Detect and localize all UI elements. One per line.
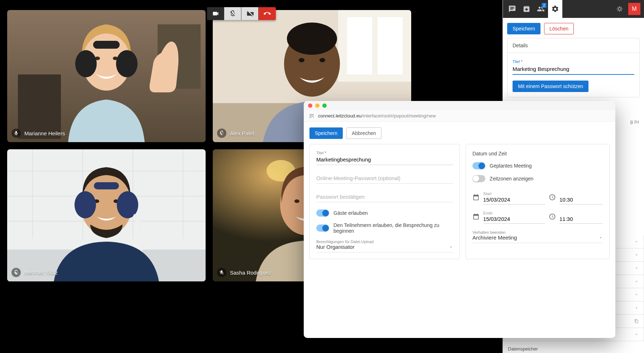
delete-button[interactable]: Löschen [544,23,574,34]
mic-status-icon [11,129,21,138]
mic-muted-icon [217,268,226,277]
chevron-down-icon [634,240,639,244]
participants-tab[interactable]: 2 [534,0,548,18]
mic-muted-icon [11,268,21,277]
title-input[interactable] [513,64,634,75]
end-behavior-label: Verhalten beenden [472,230,603,234]
participant-name: Mehmet Yildiz [24,270,58,276]
copy-icon [634,319,639,323]
close-window-button[interactable] [308,103,312,108]
meeting-password-input[interactable] [316,172,453,184]
video-tile[interactable]: Mehmet Yildiz [7,149,206,281]
chevron-down-icon [634,279,639,284]
date-time-card: Datum und Zeit Geplantes Meeting Zeitzon… [466,144,610,259]
svg-rect-11 [347,17,372,74]
upload-perm-label: Berechtigungen für Datei-Upload [316,240,453,244]
allow-guests-label: Gäste erlauben [333,210,368,216]
svg-point-6 [75,50,97,77]
svg-rect-8 [93,41,120,49]
participants-count-badge: 2 [542,3,547,8]
popup-title-label: Titel * [316,151,453,155]
participant-name: Alex Patel [230,130,254,136]
allow-start-label: Den Teilnehmern erlauben, die Besprechun… [333,222,453,234]
video-tile[interactable]: Marianne Heilers [7,10,206,142]
maximize-window-button[interactable] [322,103,327,108]
clock-icon [549,194,556,202]
camera-toggle-button[interactable] [207,7,224,20]
popup-title-input[interactable] [316,155,453,165]
show-timezones-toggle[interactable] [472,175,485,182]
svg-point-15 [287,23,337,55]
chevron-down-icon [634,253,639,257]
svg-point-16 [299,58,304,62]
svg-rect-32 [94,182,119,189]
hangup-button[interactable] [259,7,276,20]
archive-tab[interactable] [519,0,534,18]
details-heading: Details [508,38,639,53]
screenshare-button[interactable] [241,7,259,20]
chevron-down-icon [449,245,453,249]
upload-perm-select[interactable]: Nur Organisator [316,244,453,252]
allow-guests-toggle[interactable] [316,209,329,217]
new-meeting-popup: connect.leitzcloud.eu/interface/root#/po… [304,101,615,338]
allow-start-toggle[interactable] [316,224,329,232]
meeting-password-confirm-input[interactable] [316,191,453,202]
end-label: Ende [483,211,545,215]
end-date-input[interactable] [483,215,545,224]
call-toolbar [207,7,276,20]
svg-rect-12 [378,17,403,74]
save-button[interactable]: Speichern [507,23,540,34]
participant-name: Marianne Heilers [24,130,65,136]
minimize-window-button[interactable] [315,103,319,108]
password-protect-button[interactable]: Mit einem Passwort schützen [513,81,588,92]
window-titlebar[interactable] [304,101,615,110]
svg-point-7 [116,50,138,77]
mic-toggle-button[interactable] [224,7,241,20]
site-settings-icon [309,113,314,119]
storage-label: Datenspeicher [503,341,644,353]
chat-tab[interactable] [505,0,519,18]
svg-point-17 [319,58,325,62]
title-label: Titel * [513,59,523,64]
svg-rect-25 [183,149,183,239]
theme-toggle-button[interactable] [612,0,627,18]
chevron-down-icon [599,236,603,240]
svg-point-36 [294,199,299,203]
scheduled-meeting-toggle[interactable] [472,162,485,169]
chevron-down-icon [634,266,639,270]
meeting-settings-card: Titel * Gäste erlauben Den Teilnehmern e… [309,144,460,259]
svg-point-30 [75,191,96,218]
start-time-input[interactable] [559,196,603,204]
popup-save-button[interactable]: Speichern [309,127,343,139]
calendar-icon [472,213,480,222]
address-bar[interactable]: connect.leitzcloud.eu/interface/root#/po… [304,110,615,122]
end-time-input[interactable] [559,215,603,224]
scheduled-meeting-label: Geplantes Meeting [490,163,532,169]
chevron-down-icon [634,292,639,297]
mic-muted-icon [217,129,226,138]
svg-rect-22 [32,149,33,239]
clock-icon [549,213,556,222]
svg-point-31 [117,191,138,218]
truncated-text: g zu [630,119,639,124]
start-date-input[interactable] [483,196,545,204]
participant-name: Sasha Rodriguez [230,270,271,276]
date-time-heading: Datum und Zeit [472,151,603,156]
chevron-down-icon [634,332,639,337]
popup-cancel-button[interactable]: Abbrechen [346,127,381,139]
end-behavior-select[interactable]: Archiviere Meeting [472,234,603,243]
settings-tab[interactable] [548,0,562,18]
start-label: Start [483,192,545,196]
sidebar-tabs: 2 M [503,0,644,18]
chevron-down-icon [634,306,639,310]
details-card: Details Titel * Mit einem Passwort schüt… [507,38,640,97]
calendar-icon [472,194,480,202]
show-timezones-label: Zeitzonen anzeigen [490,176,533,182]
user-avatar[interactable]: M [628,3,640,15]
